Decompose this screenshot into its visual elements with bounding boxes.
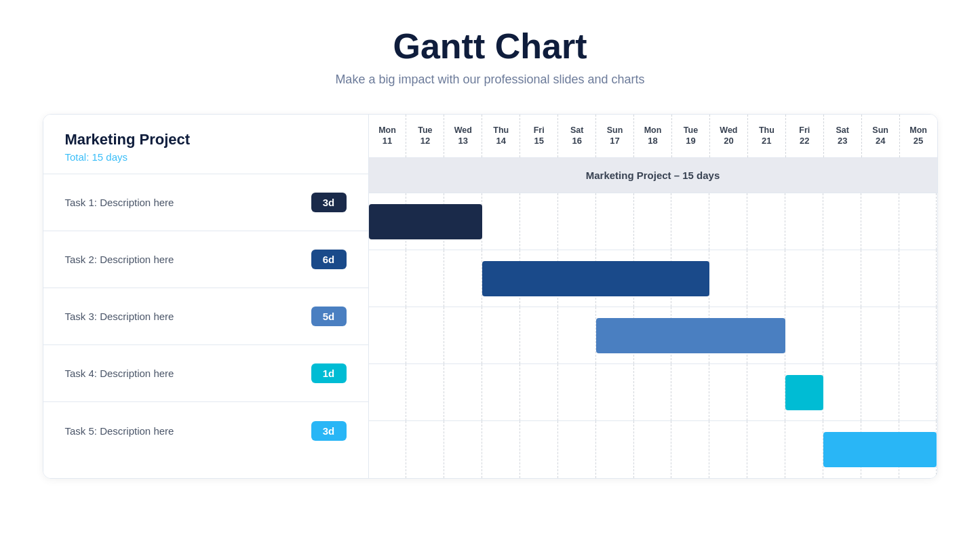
col-day-num-4: 15 bbox=[534, 136, 543, 147]
task-label-3: Task 3: Description here bbox=[65, 311, 174, 322]
task-label-5: Task 5: Description here bbox=[65, 425, 174, 437]
gantt-cell-2-8 bbox=[671, 250, 709, 307]
col-header-11: Fri22 bbox=[786, 115, 824, 157]
task-badge-4: 1d bbox=[311, 363, 347, 383]
project-header: Marketing Project Total: 15 days bbox=[43, 115, 368, 174]
gantt-cell-5-8 bbox=[671, 421, 709, 478]
col-day-name-4: Fri bbox=[534, 125, 545, 136]
page-header: Gantt Chart Make a big impact with our p… bbox=[335, 27, 644, 87]
gantt-cell-5-0 bbox=[369, 421, 407, 478]
col-day-name-1: Tue bbox=[418, 125, 432, 136]
gantt-cell-5-7 bbox=[634, 421, 672, 478]
gantt-cell-2-1 bbox=[406, 250, 444, 307]
col-header-14: Mon25 bbox=[900, 115, 937, 157]
gantt-cell-2-10 bbox=[747, 250, 785, 307]
col-day-num-7: 18 bbox=[648, 136, 657, 147]
gantt-cell-4-9 bbox=[709, 364, 747, 420]
gantt-cell-4-2 bbox=[444, 364, 482, 420]
col-day-num-3: 14 bbox=[496, 136, 506, 147]
gantt-row-4 bbox=[369, 364, 937, 421]
gantt-cell-4-6 bbox=[596, 364, 634, 420]
col-day-name-6: Sun bbox=[607, 125, 623, 136]
col-day-name-11: Fri bbox=[799, 125, 810, 136]
col-day-num-0: 11 bbox=[383, 136, 392, 147]
gantt-cell-2-2 bbox=[444, 250, 482, 307]
col-header-5: Sat16 bbox=[558, 115, 596, 157]
col-day-name-0: Mon bbox=[378, 125, 396, 136]
col-header-12: Sat23 bbox=[824, 115, 862, 157]
task-label-1: Task 1: Description here bbox=[65, 197, 174, 208]
gantt-cell-4-7 bbox=[634, 364, 672, 420]
gantt-cell-2-7 bbox=[634, 250, 672, 307]
col-day-num-8: 19 bbox=[686, 136, 695, 147]
task-badge-3: 5d bbox=[311, 307, 347, 326]
gantt-cell-3-6 bbox=[596, 307, 634, 363]
task-row-5: Task 5: Description here3d bbox=[43, 402, 368, 459]
col-day-name-5: Sat bbox=[570, 125, 583, 136]
gantt-cell-2-14 bbox=[899, 250, 937, 307]
gantt-cell-2-6 bbox=[596, 250, 634, 307]
gantt-cell-1-3 bbox=[482, 193, 520, 250]
task-row-2: Task 2: Description here6d bbox=[43, 231, 368, 288]
gantt-cell-5-9 bbox=[709, 421, 747, 478]
page-title: Gantt Chart bbox=[335, 27, 644, 66]
gantt-cell-1-14 bbox=[899, 193, 937, 250]
col-header-1: Tue12 bbox=[406, 115, 444, 157]
task-rows: Task 1: Description here3dTask 2: Descri… bbox=[43, 174, 368, 459]
task-row-3: Task 3: Description here5d bbox=[43, 288, 368, 345]
gantt-cell-1-13 bbox=[861, 193, 899, 250]
gantt-cell-3-12 bbox=[823, 307, 861, 363]
col-header-10: Thu21 bbox=[748, 115, 786, 157]
gantt-cell-1-8 bbox=[671, 193, 709, 250]
gantt-row-2 bbox=[369, 250, 937, 307]
gantt-chart: Marketing Project Total: 15 days Task 1:… bbox=[43, 114, 938, 479]
gantt-cell-3-3 bbox=[482, 307, 520, 363]
gantt-project-label: Marketing Project – 15 days bbox=[586, 170, 720, 181]
gantt-cell-1-4 bbox=[520, 193, 558, 250]
left-panel: Marketing Project Total: 15 days Task 1:… bbox=[43, 115, 369, 478]
col-header-13: Sun24 bbox=[862, 115, 900, 157]
col-header-6: Sun17 bbox=[596, 115, 634, 157]
gantt-row-1 bbox=[369, 193, 937, 250]
col-day-num-1: 12 bbox=[420, 136, 430, 147]
gantt-cell-5-10 bbox=[747, 421, 785, 478]
col-day-num-10: 21 bbox=[762, 136, 771, 147]
col-header-3: Thu14 bbox=[482, 115, 520, 157]
gantt-cell-3-4 bbox=[520, 307, 558, 363]
gantt-cell-2-0 bbox=[369, 250, 407, 307]
task-row-1: Task 1: Description here3d bbox=[43, 174, 368, 231]
col-day-num-6: 17 bbox=[610, 136, 619, 147]
gantt-cell-4-0 bbox=[369, 364, 407, 420]
gantt-cell-3-1 bbox=[406, 307, 444, 363]
gantt-body bbox=[369, 193, 937, 478]
project-total: Total: 15 days bbox=[65, 151, 347, 163]
gantt-cell-3-7 bbox=[634, 307, 672, 363]
task-badge-5: 3d bbox=[311, 421, 347, 441]
col-day-num-13: 24 bbox=[876, 136, 885, 147]
col-day-num-11: 22 bbox=[800, 136, 809, 147]
gantt-cell-5-5 bbox=[558, 421, 596, 478]
gantt-cell-4-4 bbox=[520, 364, 558, 420]
col-header-9: Wed20 bbox=[710, 115, 748, 157]
task-label-2: Task 2: Description here bbox=[65, 254, 174, 265]
gantt-cell-2-9 bbox=[709, 250, 747, 307]
gantt-cell-3-14 bbox=[899, 307, 937, 363]
col-day-name-13: Sun bbox=[872, 125, 888, 136]
gantt-cell-1-6 bbox=[596, 193, 634, 250]
gantt-cell-5-14 bbox=[899, 421, 937, 478]
gantt-cell-4-1 bbox=[406, 364, 444, 420]
col-day-name-9: Wed bbox=[720, 125, 737, 136]
gantt-cell-2-5 bbox=[558, 250, 596, 307]
gantt-cell-1-1 bbox=[406, 193, 444, 250]
gantt-cell-5-2 bbox=[444, 421, 482, 478]
task-row-4: Task 4: Description here1d bbox=[43, 345, 368, 402]
gantt-cell-2-13 bbox=[861, 250, 899, 307]
gantt-project-row: Marketing Project – 15 days bbox=[369, 158, 937, 193]
gantt-cell-5-3 bbox=[482, 421, 520, 478]
gantt-cell-1-5 bbox=[558, 193, 596, 250]
gantt-cell-4-14 bbox=[899, 364, 937, 420]
gantt-cell-1-9 bbox=[709, 193, 747, 250]
gantt-cell-5-12 bbox=[823, 421, 861, 478]
col-header-8: Tue19 bbox=[672, 115, 710, 157]
col-day-num-5: 16 bbox=[572, 136, 581, 147]
